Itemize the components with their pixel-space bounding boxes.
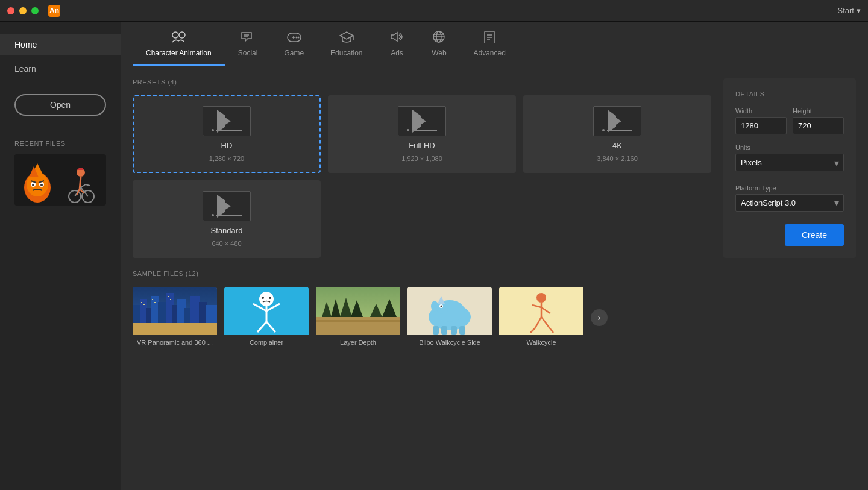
sample-bilbo[interactable]: Bilbo Walkcycle Side: [407, 287, 492, 348]
web-icon: [431, 30, 447, 45]
preset-standard-icon: [203, 191, 251, 221]
main-area: Home Learn Open RECENT FILES: [0, 22, 868, 490]
content-area: Character Animation Social Game Educatio…: [121, 22, 868, 490]
tab-education[interactable]: Education: [317, 22, 376, 66]
platform-type-select[interactable]: ActionScript 3.0 HTML5 Canvas WebGL: [735, 194, 844, 212]
platform-type-label: Platform Type: [735, 184, 844, 192]
recent-file-thumbnail[interactable]: [14, 154, 106, 206]
preset-4k[interactable]: 4K 3,840 × 2,160: [523, 95, 711, 173]
preset-hd-name: HD: [221, 141, 233, 150]
preset-hd[interactable]: HD 1,280 × 720: [133, 95, 321, 173]
preset-4k-icon: [593, 106, 641, 136]
svg-point-70: [269, 297, 271, 299]
svg-point-93: [536, 293, 546, 303]
height-input[interactable]: [793, 117, 844, 134]
dot: [212, 129, 214, 131]
sidebar-item-learn[interactable]: Learn: [0, 58, 121, 80]
sample-complainer[interactable]: Complainer: [224, 287, 309, 348]
preset-4k-name: 4K: [612, 141, 622, 150]
tab-web-label: Web: [432, 49, 446, 57]
bilbo-preview: [407, 287, 492, 335]
vr-preview: [133, 287, 217, 335]
preset-fullhd-icon: [398, 106, 446, 136]
category-tabs: Character Animation Social Game Educatio…: [121, 22, 868, 66]
svg-rect-59: [154, 302, 156, 303]
presets-section: PRESETS (4) HD 1,280 × 720: [133, 78, 711, 258]
game-icon: [286, 30, 302, 45]
scroll-right-button[interactable]: ›: [591, 309, 608, 326]
preset-standard[interactable]: Standard 640 × 480: [133, 180, 321, 258]
tab-web[interactable]: Web: [418, 22, 460, 66]
ads-icon: [389, 30, 404, 45]
units-select[interactable]: Pixels Inches Centimeters: [735, 154, 844, 171]
preset-timeline: [602, 130, 632, 131]
preset-hd-size: 1,280 × 720: [209, 155, 244, 162]
dot: [212, 214, 214, 216]
samples-scroll: VR Panoramic and 360 ...: [133, 287, 856, 348]
svg-point-8: [40, 184, 43, 186]
play-icon: [613, 116, 621, 127]
details-title: DETAILS: [735, 90, 844, 98]
svg-rect-91: [459, 326, 465, 335]
dot: [407, 129, 409, 131]
play-icon: [222, 116, 231, 127]
width-field: Width: [735, 107, 787, 134]
titlebar-right: Start ▾: [838, 6, 861, 15]
minimize-button[interactable]: [19, 7, 27, 14]
height-label: Height: [793, 107, 844, 115]
tab-ads[interactable]: Ads: [376, 22, 418, 66]
width-label: Width: [735, 107, 787, 115]
sample-walkcycle[interactable]: Walkcycle: [499, 287, 583, 348]
units-select-wrapper: Pixels Inches Centimeters: [735, 154, 844, 171]
create-button[interactable]: Create: [785, 224, 844, 246]
start-label: Start: [838, 6, 854, 15]
tab-game-label: Game: [284, 49, 304, 57]
close-button[interactable]: [7, 7, 14, 14]
tab-character-animation[interactable]: Character Animation: [133, 22, 225, 66]
presets-title: PRESETS (4): [133, 78, 711, 86]
height-field: Height: [793, 107, 844, 134]
sidebar-item-home[interactable]: Home: [0, 34, 121, 55]
open-button[interactable]: Open: [14, 94, 106, 116]
start-dropdown[interactable]: Start ▾: [838, 6, 861, 15]
svg-point-63: [259, 292, 274, 306]
width-input[interactable]: [735, 117, 787, 134]
details-panel: DETAILS Width Height Units: [723, 78, 856, 258]
content-body: PRESETS (4) HD 1,280 × 720: [121, 66, 868, 490]
preset-fullhd[interactable]: Full HD 1,920 × 1,080: [328, 95, 516, 173]
svg-rect-89: [441, 326, 447, 335]
character-animation-icon: [170, 30, 187, 45]
tab-education-label: Education: [330, 49, 362, 57]
preset-hd-icon: [203, 106, 251, 136]
sample-walkcycle-name: Walkcycle: [499, 335, 583, 348]
dot: [602, 129, 605, 131]
svg-rect-56: [141, 302, 142, 303]
svg-rect-61: [170, 299, 171, 300]
tab-game[interactable]: Game: [271, 22, 317, 66]
sample-vr[interactable]: VR Panoramic and 360 ...: [133, 287, 217, 348]
timeline-line: [607, 130, 632, 131]
tab-social[interactable]: Social: [225, 22, 271, 66]
platform-type-select-wrapper: ActionScript 3.0 HTML5 Canvas WebGL: [735, 194, 844, 212]
dropdown-arrow-icon: ▾: [857, 6, 861, 15]
play-icon: [222, 201, 231, 212]
sidebar: Home Learn Open RECENT FILES: [0, 22, 121, 490]
social-icon: [241, 30, 255, 45]
preset-fullhd-size: 1,920 × 1,080: [401, 155, 442, 162]
sample-complainer-name: Complainer: [224, 335, 309, 348]
svg-point-29: [295, 37, 297, 39]
preset-timeline: [407, 130, 437, 131]
advanced-icon: [483, 30, 496, 45]
samples-section: SAMPLE FILES (12): [133, 270, 856, 348]
units-label: Units: [735, 144, 844, 151]
svg-point-30: [297, 37, 299, 39]
svg-rect-57: [143, 304, 145, 305]
sample-vr-thumb: [133, 287, 217, 335]
preset-fullhd-name: Full HD: [409, 141, 435, 150]
maximize-button[interactable]: [31, 7, 39, 14]
sample-layerdepth[interactable]: Layer Depth: [316, 287, 400, 348]
svg-rect-60: [168, 296, 169, 297]
tab-advanced[interactable]: Advanced: [460, 22, 518, 66]
svg-point-23: [179, 32, 185, 38]
sample-layerdepth-thumb: [316, 287, 400, 335]
